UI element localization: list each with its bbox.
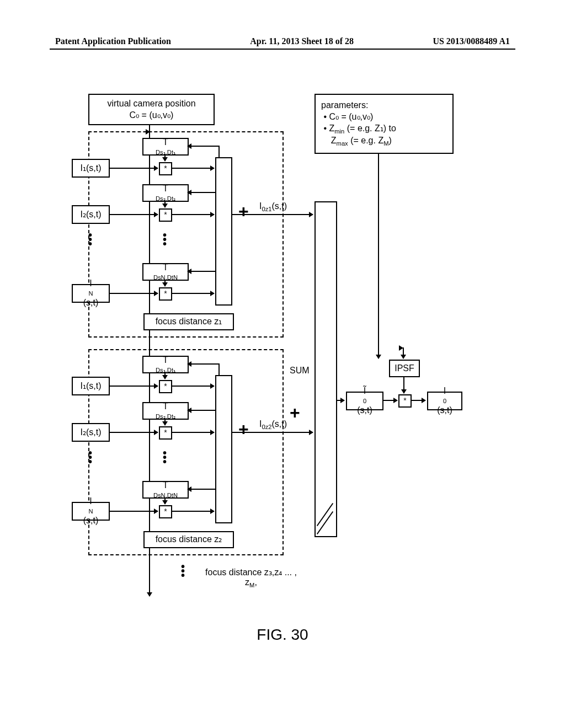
arrow-sumz1-to-sum xyxy=(231,214,313,215)
transform-t1-z2: TDs₁,Dt₁ xyxy=(142,356,189,373)
virtual-camera-box: virtual camera position C₀ = (u₀,v₀) xyxy=(88,94,215,125)
arrow-i1-to-conv-z2 xyxy=(109,386,158,387)
vdots-t-z1: ••• xyxy=(163,233,167,246)
conv-op-1-z2: * xyxy=(159,380,172,393)
parameters-bullet1: • C₀ = (u₀,v₀) xyxy=(321,111,373,123)
transform-t2-z2: TDs₂,Dt₂ xyxy=(142,402,189,420)
transform-t2-z1: TDs₂,Dt₂ xyxy=(142,184,189,202)
focus-z1-group xyxy=(88,131,284,338)
conv-op-n-z2: * xyxy=(159,505,172,518)
i0z2-label: I0z2(s,t) xyxy=(259,419,287,430)
arrow-conv1-to-sum-z1 xyxy=(171,168,214,169)
ipsf-box: IPSF xyxy=(389,360,420,377)
arrow-i2-to-conv-z2 xyxy=(109,432,158,433)
header-right: US 2013/0088489 A1 xyxy=(433,36,510,46)
arrow-sum-to-i0tilde xyxy=(336,400,344,401)
parameters-bullet3: Zmax (= e.g. ZM) xyxy=(321,135,392,148)
arrow-in-to-conv-z2 xyxy=(109,511,158,512)
arrow-conv2-to-sum-z2 xyxy=(171,432,214,433)
conv-final: * xyxy=(398,394,412,408)
vdots-i-z1: ••• xyxy=(88,233,92,246)
focus-z2-label: focus distance z₂ xyxy=(143,531,234,548)
figure-caption: FIG. 30 xyxy=(0,626,565,644)
header-center: Apr. 11, 2013 Sheet 18 of 28 xyxy=(250,36,354,46)
sum-label: SUM xyxy=(290,366,310,376)
arrow-cam-to-t1-z2 xyxy=(188,363,220,365)
vdots-t-z2: ••• xyxy=(163,451,167,464)
arrow-conv1-to-sum-z2 xyxy=(171,386,214,387)
arrow-i1-to-conv-z1 xyxy=(109,168,158,169)
focus-z1-label: focus distance z₁ xyxy=(143,313,234,330)
arrow-cam-to-t1-z1 xyxy=(188,146,220,147)
input-i2-z2: I₂(s,t) xyxy=(72,423,110,442)
arrow-tn-to-conv-z2 xyxy=(164,497,166,504)
focus-z2-group xyxy=(88,349,284,555)
arrow-t1-to-conv-z1 xyxy=(164,154,166,161)
input-i1-z2: I₁(s,t) xyxy=(72,377,110,395)
plus-sum: + xyxy=(290,403,300,423)
virtual-camera-line1: virtual camera position xyxy=(107,98,195,110)
transform-tn-z2: TDsN,DtN xyxy=(142,481,189,499)
header-divider xyxy=(50,49,515,50)
arrow-i0tilde-to-conv xyxy=(382,400,397,401)
arrow-t1-to-conv-z2 xyxy=(164,372,166,379)
transform-t1-z1: TDs₁,Dt₁ xyxy=(142,138,189,156)
parameters-bullet2: • Zmin (= e.g. Z₁) to xyxy=(321,123,396,136)
transform-tn-z1: TDsN,DtN xyxy=(142,263,189,281)
virtual-camera-line2: C₀ = (u₀,v₀) xyxy=(130,110,174,121)
arrow-conv2-to-sum-z1 xyxy=(171,214,214,215)
i0tilde-box: Ĩ0(s,t) xyxy=(346,392,383,410)
focus-z3-label: focus distance z₃,z₄ ... , zM, xyxy=(190,567,312,588)
arrow-ipsf-to-conv xyxy=(403,376,404,393)
vdots-i-z2: ••• xyxy=(88,451,92,464)
i0z1-label: I0z1(s,t) xyxy=(259,201,287,212)
plus-z1: + xyxy=(238,201,249,222)
params-to-ipsf-line xyxy=(378,154,379,358)
vdots-bottom: ••• xyxy=(181,564,185,577)
arrow-t2-to-conv-z1 xyxy=(164,201,166,207)
i0-box: I0(s,t) xyxy=(427,392,462,410)
input-in-z2: IN(s,t) xyxy=(72,502,110,521)
arrow-convn-to-sum-z2 xyxy=(171,511,214,512)
arrow-t2-to-conv-z2 xyxy=(164,419,166,425)
plus-z2: + xyxy=(238,419,249,440)
sum-rect-z1 xyxy=(215,157,232,306)
header-left: Patent Application Publication xyxy=(55,36,171,46)
arrow-sumz2-to-sum xyxy=(231,432,313,433)
parameters-title: parameters: xyxy=(321,100,368,111)
cam-feed-top-z1 xyxy=(149,131,150,132)
figure-diagram: virtual camera position C₀ = (u₀,v₀) par… xyxy=(72,94,491,656)
arrow-in-to-conv-z1 xyxy=(109,293,158,294)
arrow-tn-to-conv-z1 xyxy=(164,280,166,286)
arrow-conv-to-i0 xyxy=(411,400,425,401)
input-i1-z1: I₁(s,t) xyxy=(72,159,110,178)
sum-rect-z2 xyxy=(215,375,232,523)
parameters-box: parameters: • C₀ = (u₀,v₀) • Zmin (= e.g… xyxy=(315,94,454,154)
conv-op-1-z1: * xyxy=(159,162,172,175)
arrow-convn-to-sum-z1 xyxy=(171,293,214,294)
arrow-i2-to-conv-z1 xyxy=(109,214,158,215)
conv-op-2-z1: * xyxy=(159,208,172,222)
input-i2-z1: I₂(s,t) xyxy=(72,205,110,224)
input-in-z1: IN(s,t) xyxy=(72,284,110,303)
conv-op-2-z2: * xyxy=(159,426,172,440)
sum-block xyxy=(315,201,337,537)
conv-op-n-z1: * xyxy=(159,287,172,301)
